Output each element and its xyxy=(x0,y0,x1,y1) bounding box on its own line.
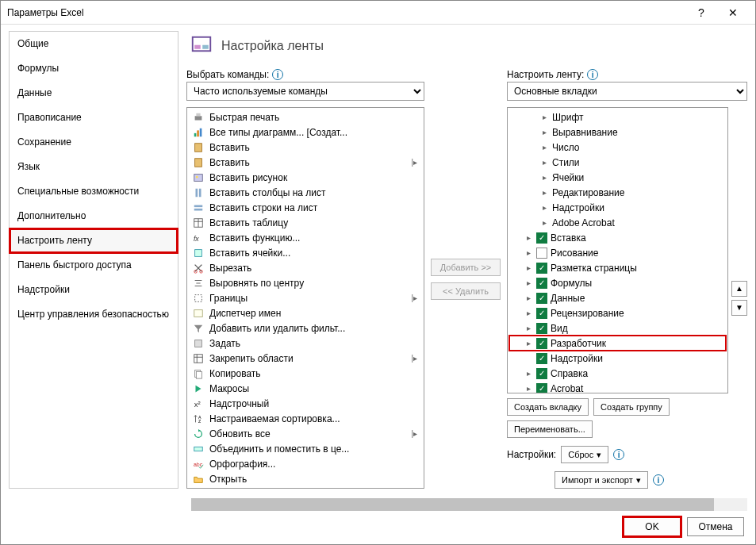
command-item[interactable]: Диспетчер имен xyxy=(189,305,422,320)
expand-arrow-icon[interactable]: ▸ xyxy=(524,339,533,347)
checkbox[interactable]: ✓ xyxy=(536,353,547,364)
command-item[interactable]: Добавить или удалить фильт... xyxy=(189,320,422,336)
checkbox[interactable]: ✓ xyxy=(536,338,547,349)
tree-item[interactable]: ▸Надстройки xyxy=(509,200,726,215)
sidebar-item[interactable]: Дополнительно xyxy=(10,204,178,228)
tree-item[interactable]: ▸✓Справка xyxy=(509,366,726,381)
expand-arrow-icon[interactable]: ▸ xyxy=(524,233,533,242)
expand-arrow-icon[interactable]: ▸ xyxy=(539,188,549,197)
command-item[interactable]: Вставить рисунок xyxy=(189,170,422,185)
command-item[interactable]: x²Надстрочный xyxy=(189,396,422,411)
command-item[interactable]: Вырезать xyxy=(189,260,422,275)
expand-arrow-icon[interactable]: ▸ xyxy=(524,278,533,287)
move-up-button[interactable]: ▲ xyxy=(731,281,747,297)
checkbox[interactable]: ✓ xyxy=(536,368,547,379)
expand-arrow-icon[interactable]: ▸ xyxy=(539,143,549,152)
command-item[interactable]: Вставить ячейки... xyxy=(189,245,422,260)
tree-item[interactable]: ▸Шрифт xyxy=(509,109,726,125)
command-item[interactable]: Вставить xyxy=(189,140,422,155)
tree-item[interactable]: ▸✓Рецензирование xyxy=(509,305,726,320)
tree-item[interactable]: ▸✓Acrobat xyxy=(509,381,726,393)
tree-item[interactable]: ▸✓Разметка страницы xyxy=(509,260,726,275)
add-button[interactable]: Добавить >> xyxy=(431,259,501,276)
sidebar-item[interactable]: Специальные возможности xyxy=(10,179,178,204)
info-icon[interactable]: i xyxy=(653,474,664,486)
sidebar-item[interactable]: Надстройки xyxy=(10,278,178,302)
expand-arrow-icon[interactable]: ▸ xyxy=(539,158,549,167)
ok-button[interactable]: OK xyxy=(624,517,681,536)
command-item[interactable]: abcОрфография... xyxy=(189,456,422,471)
info-icon[interactable]: i xyxy=(587,69,598,80)
ribbon-tree[interactable]: ▸Шрифт▸Выравнивание▸Число▸Стили▸Ячейки▸Р… xyxy=(507,107,728,393)
checkbox[interactable]: ✓ xyxy=(536,293,547,304)
command-item[interactable]: Быстрая печать xyxy=(189,109,422,125)
expand-arrow-icon[interactable]: ▸ xyxy=(524,384,533,393)
help-button[interactable]: ? xyxy=(685,2,717,24)
sidebar-item[interactable]: Настроить ленту xyxy=(10,228,178,253)
expand-arrow-icon[interactable]: ▸ xyxy=(524,324,533,332)
tree-item[interactable]: ▸✓Формулы xyxy=(509,275,726,290)
command-item[interactable]: Все типы диаграмм... [Создат... xyxy=(189,125,422,140)
checkbox[interactable] xyxy=(536,248,547,259)
new-tab-button[interactable]: Создать вкладку xyxy=(507,398,589,416)
expand-arrow-icon[interactable]: ▸ xyxy=(539,218,549,227)
tree-item[interactable]: ▸✓Данные xyxy=(509,290,726,305)
tree-item[interactable]: ▸✓Разработчик xyxy=(509,336,726,351)
command-item[interactable]: Макросы xyxy=(189,381,422,396)
checkbox[interactable]: ✓ xyxy=(536,263,547,274)
sidebar-item[interactable]: Центр управления безопасностью xyxy=(10,302,178,327)
tree-item[interactable]: ▸✓Вставка xyxy=(509,230,726,245)
sidebar-item[interactable]: Язык xyxy=(10,155,178,179)
tree-item[interactable]: ▸Рисование xyxy=(509,245,726,260)
rename-button[interactable]: Переименовать... xyxy=(507,420,593,438)
info-icon[interactable]: i xyxy=(272,69,283,80)
command-item[interactable]: AZНастраиваемая сортировка... xyxy=(189,411,422,426)
sidebar-item[interactable]: Общие xyxy=(10,32,178,56)
expand-arrow-icon[interactable]: ▸ xyxy=(524,369,533,378)
tree-item[interactable]: ▸Ячейки xyxy=(509,170,726,185)
expand-arrow-icon[interactable]: ▸ xyxy=(539,128,549,136)
command-item[interactable]: Вставить строки на лист xyxy=(189,200,422,215)
tree-item[interactable]: ▸✓Вид xyxy=(509,320,726,336)
new-group-button[interactable]: Создать группу xyxy=(593,398,670,416)
sidebar-item[interactable]: Правописание xyxy=(10,106,178,130)
remove-button[interactable]: << Удалить xyxy=(431,282,501,300)
command-item[interactable]: Обновить все|▸ xyxy=(189,426,422,441)
tree-item[interactable]: ✓Надстройки xyxy=(509,351,726,366)
sidebar-item[interactable]: Данные xyxy=(10,81,178,106)
tree-item[interactable]: ▸Adobe Acrobat xyxy=(509,215,726,230)
cancel-button[interactable]: Отмена xyxy=(687,517,744,536)
tree-item[interactable]: ▸Число xyxy=(509,140,726,155)
command-item[interactable]: Задать xyxy=(189,336,422,351)
checkbox[interactable]: ✓ xyxy=(536,232,547,244)
command-item[interactable]: Закрепить области|▸ xyxy=(189,351,422,366)
command-item[interactable]: Выровнять по центру xyxy=(189,275,422,290)
expand-arrow-icon[interactable]: ▸ xyxy=(539,113,549,121)
expand-arrow-icon[interactable]: ▸ xyxy=(524,294,533,302)
expand-arrow-icon[interactable]: ▸ xyxy=(524,248,533,257)
expand-arrow-icon[interactable]: ▸ xyxy=(524,263,533,272)
tree-item[interactable]: ▸Редактирование xyxy=(509,185,726,200)
checkbox[interactable]: ✓ xyxy=(536,383,547,394)
commands-listbox[interactable]: Быстрая печатьВсе типы диаграмм... [Созд… xyxy=(186,107,424,489)
command-item[interactable]: Открыть xyxy=(189,471,422,486)
commands-combo[interactable]: Часто используемые команды xyxy=(186,82,424,101)
command-item[interactable]: Объединить и поместить в це... xyxy=(189,441,422,456)
expand-arrow-icon[interactable]: ▸ xyxy=(539,203,549,212)
checkbox[interactable]: ✓ xyxy=(536,278,547,289)
checkbox[interactable]: ✓ xyxy=(536,308,547,319)
tree-item[interactable]: ▸Стили xyxy=(509,155,726,170)
move-down-button[interactable]: ▼ xyxy=(731,300,747,316)
command-item[interactable]: Вставить|▸ xyxy=(189,155,422,170)
import-export-combo[interactable]: Импорт и экспорт▾ xyxy=(555,471,648,489)
tree-item[interactable]: ▸Выравнивание xyxy=(509,125,726,140)
command-item[interactable]: Вставить столбцы на лист xyxy=(189,185,422,200)
expand-arrow-icon[interactable]: ▸ xyxy=(539,173,549,182)
reset-combo[interactable]: Сброс▾ xyxy=(561,446,608,463)
sidebar-item[interactable]: Панель быстрого доступа xyxy=(10,253,178,278)
horizontal-scrollbar[interactable] xyxy=(191,498,747,511)
command-item[interactable]: Границы|▸ xyxy=(189,290,422,305)
command-item[interactable]: Копировать xyxy=(189,366,422,381)
info-icon[interactable]: i xyxy=(613,449,624,460)
close-button[interactable]: ✕ xyxy=(717,2,749,24)
